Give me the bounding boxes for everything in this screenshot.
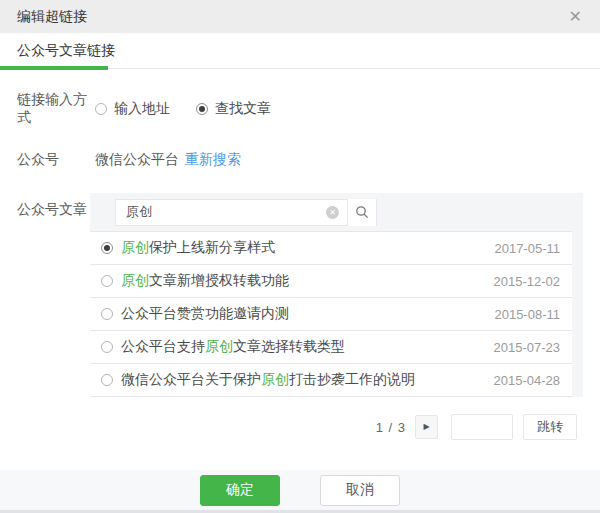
- radio-option-label: 输入地址: [114, 100, 170, 118]
- article-title: 公众平台支持原创文章选择转载类型: [121, 338, 345, 356]
- article-search-bar: ✕: [90, 193, 583, 231]
- official-account-row: 公众号 微信公众平台 重新搜索: [17, 151, 600, 169]
- article-list-item[interactable]: 原创文章新增授权转载功能 2015-12-02: [90, 265, 572, 298]
- tab-official-article-link[interactable]: 公众号文章链接: [0, 33, 132, 69]
- cancel-button[interactable]: 取消: [320, 475, 400, 506]
- active-tab-indicator: [0, 66, 108, 70]
- article-list-item[interactable]: 微信公众平台关于保护原创打击抄袭工作的说明 2015-04-28: [90, 364, 572, 397]
- article-title-text: 打击抄袭工作的说明: [289, 371, 415, 387]
- search-button[interactable]: [347, 199, 376, 226]
- article-date: 2015-04-28: [484, 373, 561, 388]
- radio-unselected-icon: [95, 103, 107, 115]
- article-title-text: 文章新增授权转载功能: [149, 272, 289, 288]
- close-icon[interactable]: ✕: [565, 7, 586, 27]
- article-title-text: 公众平台支持: [121, 338, 205, 354]
- radio-selected-icon: [196, 103, 208, 115]
- article-title-text: 文章选择转载类型: [233, 338, 345, 354]
- research-again-link[interactable]: 重新搜索: [185, 151, 241, 169]
- search-icon: [355, 205, 369, 219]
- link-input-method-label: 链接输入方式: [17, 91, 95, 127]
- article-list: 原创保护上线新分享样式 2017-05-11 原创文章新增授权转载功能 2015…: [90, 231, 572, 397]
- article-date: 2015-08-11: [484, 307, 560, 322]
- article-list-item[interactable]: 公众平台赞赏功能邀请内测 2015-08-11: [90, 298, 572, 331]
- article-search-input[interactable]: [116, 200, 326, 225]
- article-list-item[interactable]: 公众平台支持原创文章选择转载类型 2015-07-23: [90, 331, 572, 364]
- next-page-icon: ▶: [423, 423, 429, 431]
- official-article-row: 公众号文章 ✕ 原创保护上线新分享: [17, 193, 600, 397]
- article-radio-icon[interactable]: [101, 242, 113, 254]
- tab-label: 公众号文章链接: [17, 42, 115, 58]
- article-title-text: 公众平台赞赏功能邀请内测: [121, 305, 289, 321]
- jump-button[interactable]: 跳转: [523, 414, 577, 440]
- radio-option-enter-address[interactable]: 输入地址: [95, 100, 170, 118]
- article-title-highlight: 原创: [121, 239, 149, 255]
- article-date: 2015-12-02: [484, 274, 561, 289]
- official-account-label: 公众号: [17, 151, 95, 169]
- dialog-title: 编辑超链接: [17, 8, 87, 26]
- radio-option-label: 查找文章: [215, 100, 271, 118]
- pagination: 1 / 3 ▶ 跳转: [17, 414, 600, 440]
- article-title: 微信公众平台关于保护原创打击抄袭工作的说明: [121, 371, 415, 389]
- confirm-button[interactable]: 确定: [200, 475, 280, 506]
- link-input-method-options: 输入地址 查找文章: [95, 100, 297, 118]
- article-title-highlight: 原创: [261, 371, 289, 387]
- article-list-item[interactable]: 原创保护上线新分享样式 2017-05-11: [90, 232, 572, 265]
- page-indicator: 1 / 3: [376, 420, 406, 435]
- dialog-body: 链接输入方式 输入地址 查找文章 公众号 微信公众平台 重新搜索 公众号文章: [0, 69, 600, 470]
- dialog-footer: 确定 取消: [0, 470, 600, 513]
- article-panel: ✕ 原创保护上线新分享样式 2017-05-11 原创文章新增授权转载功能 20…: [90, 193, 583, 397]
- edit-hyperlink-dialog: 编辑超链接 ✕ 公众号文章链接 链接输入方式 输入地址 查找文章 公众号: [0, 0, 600, 513]
- article-title: 原创文章新增授权转载功能: [121, 272, 289, 290]
- article-radio-icon[interactable]: [101, 341, 113, 353]
- page-jump-input[interactable]: [451, 414, 513, 440]
- article-radio-icon[interactable]: [101, 374, 113, 386]
- official-account-value: 微信公众平台: [95, 151, 179, 169]
- article-radio-icon[interactable]: [101, 308, 113, 320]
- official-article-label: 公众号文章: [17, 201, 95, 219]
- article-title-highlight: 原创: [121, 272, 149, 288]
- dialog-header: 编辑超链接 ✕: [0, 0, 600, 33]
- next-page-button[interactable]: ▶: [415, 415, 438, 439]
- tab-bar: 公众号文章链接: [0, 33, 600, 69]
- search-box: ✕: [115, 199, 377, 226]
- clear-search-icon[interactable]: ✕: [326, 206, 339, 219]
- article-title-highlight: 原创: [205, 338, 233, 354]
- article-radio-icon[interactable]: [101, 275, 113, 287]
- article-title: 原创保护上线新分享样式: [121, 239, 275, 257]
- article-title-text: 保护上线新分享样式: [149, 239, 275, 255]
- link-input-method-row: 链接输入方式 输入地址 查找文章: [17, 91, 600, 127]
- article-title: 公众平台赞赏功能邀请内测: [121, 305, 289, 323]
- article-title-text: 微信公众平台关于保护: [121, 371, 261, 387]
- article-date: 2015-07-23: [484, 340, 561, 355]
- radio-option-find-article[interactable]: 查找文章: [196, 100, 271, 118]
- article-date: 2017-05-11: [484, 241, 560, 256]
